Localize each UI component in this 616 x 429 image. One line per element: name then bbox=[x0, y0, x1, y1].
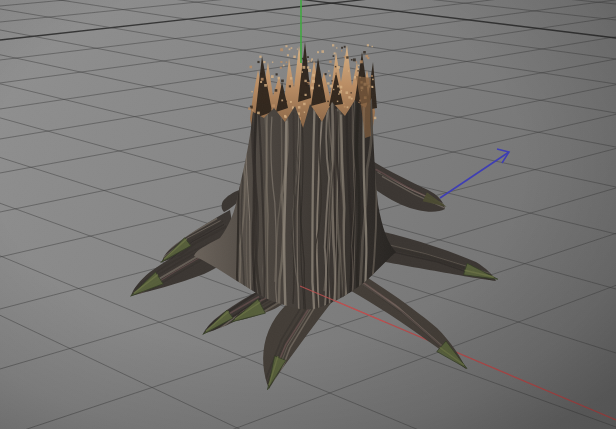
viewport-3d[interactable] bbox=[0, 0, 616, 429]
scene-svg bbox=[0, 0, 616, 429]
vignette bbox=[0, 0, 616, 429]
